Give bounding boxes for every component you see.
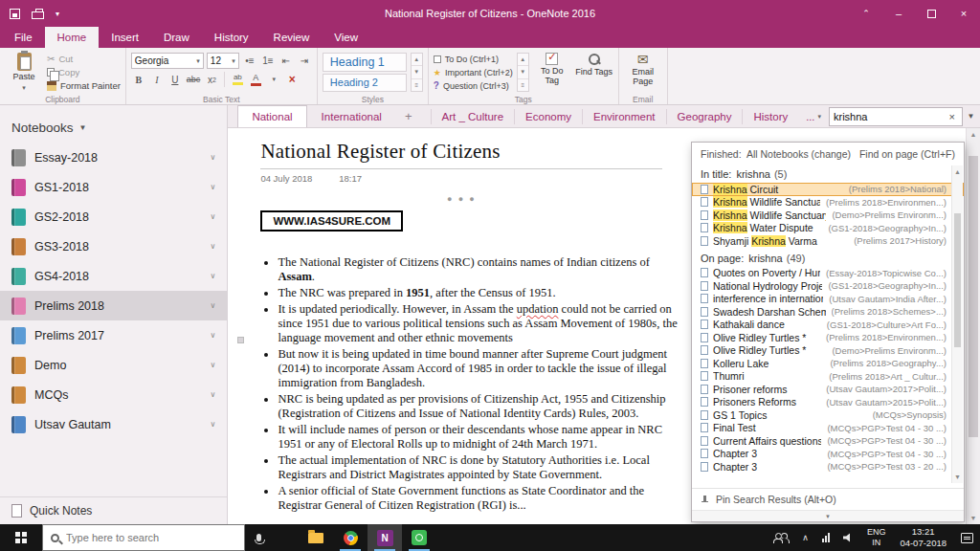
scroll-up-icon[interactable]: ▲ [952,165,963,178]
page-scrollbar[interactable]: ▲ ▼ [966,128,980,524]
search-result-page[interactable]: Prisoner reforms(Utsav Gautam>2017>Polit… [692,383,964,396]
clock[interactable]: 13:21 04-07-2018 [892,524,954,551]
search-scope-link[interactable]: All Notebooks (change) [746,148,851,160]
ribbon-tab-view[interactable]: View [322,27,370,48]
search-result-page[interactable]: Olive Ridley Turtles *(Demo>Prelims Envi… [692,344,964,358]
taskbar-search-input[interactable] [66,532,236,543]
tag-todo[interactable]: To Do (Ctrl+1) [434,54,513,66]
notebook-item-gs4-2018[interactable]: GS4-2018∨ [0,261,227,291]
section-tab-international[interactable]: International [307,105,396,127]
chrome-button[interactable] [333,524,368,551]
cut-button[interactable]: ✂Cut [47,54,121,64]
close-button[interactable]: × [947,0,980,27]
ribbon-tab-insert[interactable]: Insert [99,27,151,48]
notebook-item-gs2-2018[interactable]: GS2-2018∨ [0,202,227,231]
ribbon-tab-draw[interactable]: Draw [151,27,202,48]
section-tab-geography[interactable]: Geography [666,109,743,124]
tag-question[interactable]: ?Question (Ctrl+3) [434,79,513,92]
section-tab-national[interactable]: National [237,105,306,127]
search-result-title[interactable]: Krishna Wildlife Sanctuary *(Prelims 201… [692,196,964,209]
paragraph-handle[interactable] [237,337,244,343]
notebook-item-gs1-2018[interactable]: GS1-2018∨ [0,172,227,202]
taskbar-search-box[interactable] [42,524,245,551]
save-icon[interactable] [10,9,20,19]
maximize-button[interactable] [915,0,947,27]
highlight-button[interactable]: ab [230,72,245,87]
gallery-more-icon[interactable]: ≡ [518,79,528,91]
chevron-down-icon[interactable]: ∨ [211,361,216,369]
search-result-title[interactable]: Krishna Circuit(Prelims 2018>National) [692,183,964,196]
gallery-down-icon[interactable]: ▼ [518,66,528,78]
start-button[interactable] [0,524,42,551]
results-scroll-down-bar[interactable]: ▼ [692,510,964,521]
pin-search-results-button[interactable]: Pin Search Results (Alt+O) [692,488,964,510]
language-indicator[interactable]: ENG IN [860,524,893,551]
search-result-page[interactable]: National Hydrology Projec...(GS1-2018>Ge… [692,279,964,293]
minimize-button[interactable]: – [882,0,915,27]
search-scope-dropdown[interactable]: ▼ [964,112,978,121]
file-explorer-button[interactable] [299,524,333,551]
chevron-down-icon[interactable]: ∨ [211,272,216,280]
copy-button[interactable]: Copy [47,67,121,77]
ribbon-tab-review[interactable]: Review [261,27,323,48]
customize-quick-access-icon[interactable]: ▾ [56,10,59,18]
search-result-page[interactable]: Kolleru Lake(Prelims 2018>Geography...) [692,357,964,370]
search-result-page[interactable]: Chapter 3(MCQs>PGP>Test 03 - 20 ...) [692,460,964,474]
ribbon-tab-file[interactable]: File [2,27,45,48]
section-tab-art-culture[interactable]: Art _ Culture [431,109,515,124]
scrollbar-track[interactable] [952,178,963,471]
find-tags-button[interactable]: Find Tags [575,51,613,92]
font-name-combo[interactable]: Georgia▾ [131,53,204,69]
ribbon-display-options-button[interactable]: ⌃ [850,0,882,27]
chevron-down-icon[interactable]: ∨ [211,242,216,251]
search-result-title[interactable]: Shyamji Krishna Varma(Prelims 2017>Histo… [692,234,964,248]
quick-notes-button[interactable]: Quick Notes [0,497,227,524]
section-overflow-button[interactable]: ... ▾ [798,105,829,127]
gallery-up-icon[interactable]: ▲ [518,54,528,66]
strikethrough-button[interactable]: abc [186,72,202,87]
clear-formatting-button[interactable]: × [284,72,300,87]
notebook-item-demo[interactable]: Demo∨ [0,350,227,380]
search-result-page[interactable]: Chapter 3(MCQs>PGP>Test 04 - 30 ...) [692,448,964,461]
chevron-down-icon[interactable]: ∨ [211,420,216,429]
style-heading-1[interactable]: Heading 1 [323,53,407,72]
format-painter-button[interactable]: Format Painter [47,80,121,91]
find-on-page-link[interactable]: Find on page (Ctrl+F) [859,148,955,160]
scroll-down-icon[interactable]: ▼ [967,512,980,524]
to-do-tag-button[interactable]: To Do Tag [533,51,571,92]
chevron-down-icon[interactable]: ∨ [211,301,216,310]
tag-important[interactable]: ★Important (Ctrl+2) [434,67,513,79]
font-color-button[interactable]: A [248,72,263,87]
chevron-down-icon[interactable]: ∨ [211,331,216,340]
style-heading-2[interactable]: Heading 2 [323,74,407,93]
search-result-page[interactable]: GS 1 Topics(MCQs>Synopsis) [692,408,964,422]
increase-indent-button[interactable]: ⇥ [297,54,312,69]
print-icon[interactable] [32,11,44,19]
scrollbar-track[interactable] [967,141,980,512]
scroll-down-icon[interactable]: ▼ [952,471,963,483]
notebooks-header[interactable]: Notebooks ▼ [0,105,227,143]
search-result-page[interactable]: Thumri(Prelims 2018>Art _ Cultur...) [692,370,964,384]
email-page-button[interactable]: ✉ Email Page [624,51,662,92]
outline-collapse-handle[interactable]: ● ● ● [260,194,662,204]
search-result-title[interactable]: Krishna Wildlife Sanctuary *(Demo>Prelim… [692,209,964,222]
onenote-button[interactable]: N [368,524,402,551]
ribbon-tab-history[interactable]: History [202,27,261,48]
decrease-indent-button[interactable]: ⇤ [278,54,294,69]
notebook-item-prelims-2018[interactable]: Prelims 2018∨ [0,291,227,320]
ribbon-tab-home[interactable]: Home [45,27,100,48]
gallery-up-icon[interactable]: ▲ [412,54,422,66]
cortana-mic-button[interactable] [245,524,272,551]
notebook-item-essay-2018[interactable]: Essay-2018∨ [0,143,227,172]
search-result-page[interactable]: Final Test(MCQs>PGP>Test 04 - 30 ...) [692,422,964,435]
search-result-page[interactable]: interference in internation...(Utsav Gau… [692,293,964,306]
chevron-down-icon[interactable]: ∨ [211,183,216,191]
search-input[interactable] [834,111,947,122]
search-result-page[interactable]: Kathakali dance(GS1-2018>Culture>Art Fo.… [692,319,964,332]
notebook-item-gs3-2018[interactable]: GS3-2018∨ [0,231,227,261]
numbering-button[interactable]: 1≡ [260,54,276,69]
chevron-down-icon[interactable]: ∨ [211,153,216,162]
bullets-button[interactable]: •≡ [242,54,257,69]
results-scrollbar[interactable]: ▲ ▼ [951,165,963,483]
notebook-item-prelims-2017[interactable]: Prelims 2017∨ [0,320,227,350]
